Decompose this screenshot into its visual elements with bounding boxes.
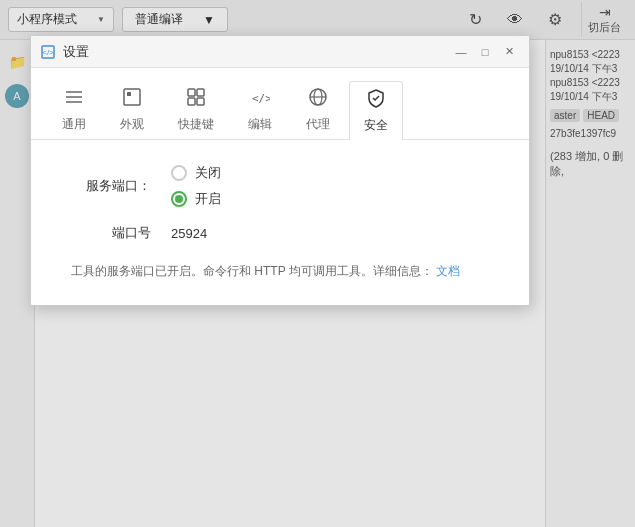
info-text: 工具的服务端口已开启。命令行和 HTTP 均可调用工具。详细信息： [71, 264, 433, 278]
maximize-button[interactable]: □ [475, 44, 495, 60]
dialog-icon: </> [41, 44, 57, 60]
svg-text:</>: </> [252, 92, 270, 105]
dialog-content: 服务端口： 关闭 开启 端口号 25924 [31, 140, 529, 305]
radio-off-circle[interactable] [171, 165, 187, 181]
tab-appearance-label: 外观 [120, 116, 144, 133]
svg-text:</>: </> [42, 48, 54, 57]
tab-general-label: 通用 [62, 116, 86, 133]
tab-appearance[interactable]: 外观 [105, 80, 159, 139]
radio-on[interactable]: 开启 [171, 190, 221, 208]
svg-rect-9 [188, 98, 195, 105]
tab-general[interactable]: 通用 [47, 80, 101, 139]
svg-rect-6 [127, 92, 131, 96]
svg-rect-8 [197, 89, 204, 96]
proxy-icon [308, 87, 328, 112]
tab-bar: 通用 外观 快捷键 </> 编辑 [31, 68, 529, 140]
radio-group: 关闭 开启 [171, 164, 221, 208]
tab-shortcuts[interactable]: 快捷键 [163, 80, 229, 139]
radio-off-label: 关闭 [195, 164, 221, 182]
svg-rect-5 [124, 89, 140, 105]
radio-off[interactable]: 关闭 [171, 164, 221, 182]
service-port-row: 服务端口： 关闭 开启 [71, 164, 489, 208]
radio-on-label: 开启 [195, 190, 221, 208]
dialog-titlebar: </> 设置 — □ ✕ [31, 36, 529, 68]
dialog-controls: — □ ✕ [451, 44, 519, 60]
app-background: 小程序模式 ▼ 普通编译 ▼ ↻ 👁 ⚙ ⇥ 切后台 📁 A npu8153 <… [0, 0, 635, 527]
appearance-icon [122, 87, 142, 112]
service-port-label: 服务端口： [71, 177, 151, 195]
svg-rect-7 [188, 89, 195, 96]
svg-rect-10 [197, 98, 204, 105]
info-link[interactable]: 文档 [436, 264, 460, 278]
port-number-row: 端口号 25924 [71, 224, 489, 242]
dialog-title: 设置 [63, 43, 451, 61]
shortcuts-icon [186, 87, 206, 112]
settings-dialog: </> 设置 — □ ✕ 通用 外观 [30, 35, 530, 306]
security-icon [366, 88, 386, 113]
tab-security-label: 安全 [364, 117, 388, 134]
minimize-button[interactable]: — [451, 44, 471, 60]
tab-shortcuts-label: 快捷键 [178, 116, 214, 133]
port-number-value: 25924 [171, 226, 207, 241]
info-text-container: 工具的服务端口已开启。命令行和 HTTP 均可调用工具。详细信息： 文档 [71, 262, 489, 281]
tab-security[interactable]: 安全 [349, 81, 403, 140]
port-number-label: 端口号 [71, 224, 151, 242]
general-icon [64, 87, 84, 112]
close-button[interactable]: ✕ [499, 44, 519, 60]
tab-editor-label: 编辑 [248, 116, 272, 133]
tab-proxy-label: 代理 [306, 116, 330, 133]
tab-editor[interactable]: </> 编辑 [233, 80, 287, 139]
radio-on-circle[interactable] [171, 191, 187, 207]
tab-proxy[interactable]: 代理 [291, 80, 345, 139]
editor-icon: </> [250, 87, 270, 112]
